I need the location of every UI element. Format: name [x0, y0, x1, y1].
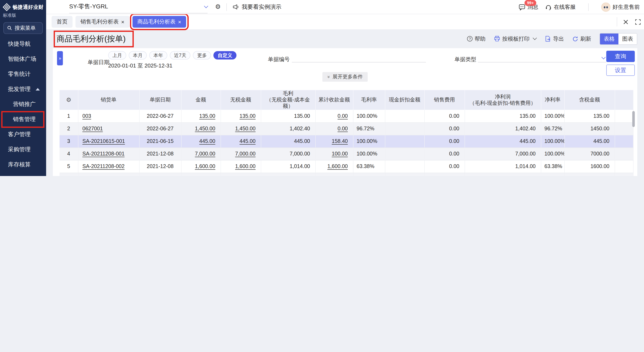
view-toggle: 表格 图表	[600, 33, 637, 45]
sidebar-search[interactable]: 搜索菜单	[3, 22, 43, 34]
cell-order[interactable]: SA-20211208-003	[78, 173, 139, 176]
search-button[interactable]: 查询	[606, 51, 635, 62]
cell-taxed: 7000.00	[564, 147, 615, 160]
org-settings-gear-icon[interactable]: ⚙	[215, 4, 221, 10]
cell-order[interactable]: SA-20211208-002	[78, 160, 139, 173]
view-chart-button[interactable]: 图表	[618, 33, 637, 44]
user-menu[interactable]: 好生意售前	[601, 2, 640, 11]
cell-amount[interactable]: 7,000.00	[181, 147, 220, 160]
cell-net: 1,402.40	[464, 122, 541, 135]
export-button[interactable]: 导出	[545, 35, 564, 42]
col-order: 销货单	[78, 90, 139, 110]
tab[interactable]: 商品毛利分析表×	[132, 16, 186, 28]
content-card: » 单据日期 上月本月本年近7天更多 自定义 2020-01-01 至 2025…	[53, 48, 637, 176]
date-preset-pill[interactable]: 本月	[129, 51, 147, 59]
collapse-filter-button[interactable]: »	[57, 51, 63, 65]
cell-taxed: 445.00	[564, 135, 615, 147]
sidebar-item[interactable]: 零售统计	[0, 67, 46, 82]
table-row[interactable]: 4SA-20211208-0012021-12-087,000.007,000.…	[60, 147, 633, 160]
cell-net-rate: 100.00%	[541, 110, 564, 122]
sidebar-item[interactable]: 营销推广	[0, 97, 46, 112]
doc-no-input[interactable]	[292, 52, 426, 62]
doc-type-select[interactable]	[478, 52, 606, 62]
column-settings-header[interactable]: ⚙	[60, 90, 78, 110]
tab[interactable]: 首页	[52, 16, 72, 28]
fullscreen-icon[interactable]	[635, 19, 641, 24]
close-icon[interactable]	[623, 19, 628, 24]
refresh-button[interactable]: 刷新	[572, 35, 591, 42]
sidebar-nav: 快捷导航智能体广场零售统计批发管理营销推广销售管理客户管理采购管理库存核算资金管…	[0, 35, 46, 176]
cell-cash-discount	[385, 160, 424, 173]
help-button[interactable]: ? 帮助	[467, 35, 486, 42]
export-label: 导出	[553, 35, 564, 42]
tab[interactable]: 销售毛利分析表×	[76, 16, 129, 28]
cell-received[interactable]: 158.40	[315, 135, 353, 147]
view-table-button[interactable]: 表格	[600, 33, 618, 44]
date-preset-pill[interactable]: 近7天	[170, 51, 190, 59]
cell-received[interactable]: 100.00	[315, 147, 353, 160]
cell-order[interactable]: SA-20211208-001	[78, 147, 139, 160]
sidebar-item[interactable]: 采购管理	[0, 142, 46, 157]
sidebar-item[interactable]: 销售管理	[0, 112, 46, 127]
cell-untaxed[interactable]: 445.00	[220, 135, 261, 147]
cell-received[interactable]: 0.00	[315, 122, 353, 135]
vertical-scrollbar-thumb[interactable]	[632, 111, 635, 127]
cell-received[interactable]: 0.00	[315, 110, 353, 122]
cell-date: 2021-12-08	[139, 173, 181, 176]
sidebar-item[interactable]: 批发管理	[0, 82, 46, 97]
col-gross: 毛利 （无税金额-成本金额）	[261, 90, 315, 110]
date-range-value[interactable]: 2020-01-01 至 2025-12-31	[108, 62, 172, 69]
cell-untaxed[interactable]: 1,450.00	[220, 122, 261, 135]
expand-more-button[interactable]: » 展开更多条件	[322, 72, 368, 82]
cell-untaxed[interactable]: 1,600.00	[220, 173, 261, 176]
date-preset-pill[interactable]: 上月	[108, 51, 126, 59]
tab-close-icon[interactable]: ×	[121, 19, 124, 24]
settings-button[interactable]: 设置	[606, 64, 635, 76]
cell-expense: 0.00	[424, 122, 464, 135]
sidebar-item[interactable]: 资金管理	[0, 172, 46, 176]
table-row[interactable]: 5SA-20211208-0022021-12-081,600.001,600.…	[60, 160, 633, 173]
tab-label: 商品毛利分析表	[137, 18, 176, 25]
cell-net-rate: 63.38%	[541, 160, 564, 173]
date-preset-pill[interactable]: 更多	[193, 51, 211, 59]
cell-gross: 445.00	[261, 135, 315, 147]
chevron-down-icon	[533, 36, 537, 40]
date-preset-custom[interactable]: 自定义	[214, 51, 236, 59]
tab-close-icon[interactable]: ×	[178, 19, 181, 24]
messages-button[interactable]: 消息 99+	[519, 3, 538, 11]
cell-order[interactable]: SA-20210615-001	[78, 135, 139, 147]
table-row[interactable]: 206270012022-06-271,450.001,450.001,402.…	[60, 122, 633, 135]
org-selector[interactable]: SY-零售-YGRL	[69, 1, 208, 13]
cell-untaxed[interactable]: 7,000.00	[220, 147, 261, 160]
sidebar-item[interactable]: 智能体广场	[0, 51, 46, 67]
table-row[interactable]: 3SA-20210615-0012021-06-15445.00445.0044…	[60, 135, 633, 147]
cell-cash-discount	[385, 147, 424, 160]
sidebar-item[interactable]: 客户管理	[0, 127, 46, 142]
sidebar-item[interactable]: 快捷导航	[0, 36, 46, 51]
cell-order[interactable]: 0627001	[78, 122, 139, 135]
cell-received[interactable]: 1,600.00	[315, 173, 353, 176]
cell-untaxed[interactable]: 135.00	[220, 110, 261, 122]
support-button[interactable]: 在线客服	[545, 3, 576, 11]
date-preset-pill[interactable]: 本年	[149, 51, 167, 59]
demo-link[interactable]: 我要看实例演示	[233, 3, 281, 11]
sidebar-item[interactable]: 库存核算	[0, 157, 46, 172]
profit-table: ⚙ 销货单 单据日期 金额 无税金额 毛利 （无税金额-成本金额） 累计收款金额…	[60, 90, 633, 176]
cell-expense: 0.00	[424, 160, 464, 173]
cell-amount[interactable]: 1,600.00	[181, 173, 220, 176]
cell-untaxed[interactable]: 1,600.00	[220, 160, 261, 173]
cell-order[interactable]: 003	[78, 110, 139, 122]
table-row[interactable]: 10032022-06-27135.00135.00135.000.00100.…	[60, 110, 633, 122]
cell-taxed: 1450.00	[564, 122, 615, 135]
cell-amount[interactable]: 1,450.00	[181, 122, 220, 135]
doc-type-label: 单据类型	[454, 56, 476, 63]
table-row[interactable]: 6SA-20211208-0032021-12-081,600.001,600.…	[60, 173, 633, 176]
cell-cash-discount	[385, 122, 424, 135]
cell-date: 2021-12-08	[139, 147, 181, 160]
print-button[interactable]: 按模板打印	[494, 35, 536, 42]
cell-received[interactable]: 1,600.00	[315, 160, 353, 173]
cell-amount[interactable]: 135.00	[181, 110, 220, 122]
demo-link-label: 我要看实例演示	[242, 3, 281, 11]
cell-amount[interactable]: 445.00	[181, 135, 220, 147]
cell-amount[interactable]: 1,600.00	[181, 160, 220, 173]
